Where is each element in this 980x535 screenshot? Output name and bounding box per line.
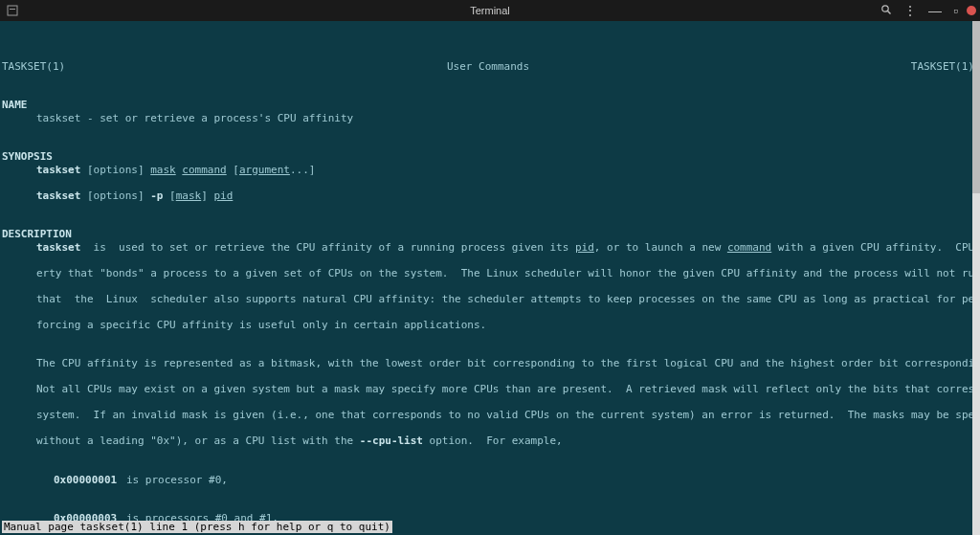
window-title: Terminal xyxy=(0,5,980,16)
svg-line-3 xyxy=(888,11,891,14)
man-header-left: TASKSET(1) xyxy=(2,60,65,74)
example-row: 0x00000001is processor #0, xyxy=(2,474,978,487)
scrollbar-thumb[interactable] xyxy=(972,21,980,193)
minimize-button[interactable]: — xyxy=(925,4,945,17)
search-icon[interactable] xyxy=(878,4,895,17)
app-icon xyxy=(6,4,19,17)
man-header-center: User Commands xyxy=(447,60,529,74)
section-description: DESCRIPTION xyxy=(2,228,72,240)
menu-icon[interactable]: ⋮ xyxy=(901,4,920,17)
maximize-button[interactable]: ▫ xyxy=(950,4,961,17)
man-page-content: TASKSET(1)User CommandsTASKSET(1) NAME t… xyxy=(0,47,980,535)
window-titlebar: Terminal ⋮ — ▫ xyxy=(0,0,980,21)
name-line: taskset - set or retrieve a process's CP… xyxy=(2,112,978,125)
svg-point-2 xyxy=(882,6,888,11)
terminal-viewport[interactable]: TASKSET(1)User CommandsTASKSET(1) NAME t… xyxy=(0,21,980,535)
section-synopsis: SYNOPSIS xyxy=(2,150,53,163)
pager-status-line: Manual page taskset(1) line 1 (press h f… xyxy=(2,521,392,534)
svg-rect-1 xyxy=(10,9,15,10)
section-name: NAME xyxy=(2,99,28,111)
svg-rect-0 xyxy=(8,6,17,15)
man-header-right: TASKSET(1) xyxy=(911,60,974,74)
close-button[interactable] xyxy=(967,6,976,15)
